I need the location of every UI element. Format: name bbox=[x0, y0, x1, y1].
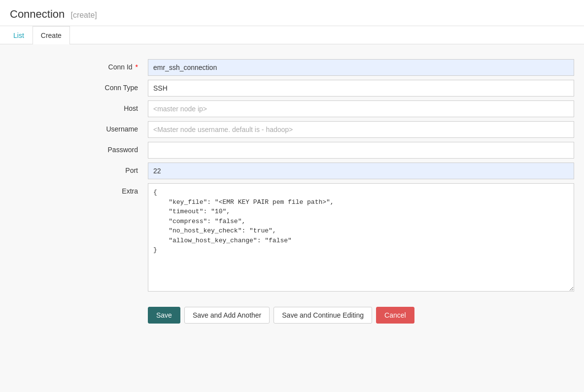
form-row-conn-id: Conn Id * bbox=[10, 59, 574, 76]
field-username bbox=[148, 121, 574, 138]
field-conn-id bbox=[148, 59, 574, 76]
tab-create[interactable]: Create bbox=[33, 26, 70, 44]
tabs-bar: List Create bbox=[0, 26, 584, 44]
form-row-host: Host bbox=[10, 100, 574, 117]
form-actions: Save Save and Add Another Save and Conti… bbox=[10, 297, 574, 333]
label-extra: Extra bbox=[10, 183, 148, 195]
label-password: Password bbox=[10, 142, 148, 154]
input-conn-id[interactable] bbox=[148, 59, 574, 76]
save-add-button[interactable]: Save and Add Another bbox=[184, 307, 270, 324]
input-conn-type[interactable] bbox=[148, 80, 574, 97]
textarea-extra[interactable]: { "key_file": "<EMR KEY PAIR pem file pa… bbox=[148, 183, 574, 292]
label-conn-id: Conn Id * bbox=[10, 59, 148, 71]
form-row-extra: Extra { "key_file": "<EMR KEY PAIR pem f… bbox=[10, 183, 574, 293]
input-password[interactable] bbox=[148, 142, 574, 159]
form-row-password: Password bbox=[10, 142, 574, 159]
label-conn-type: Conn Type bbox=[10, 80, 148, 92]
page-title-main: Connection bbox=[10, 8, 65, 20]
input-port[interactable] bbox=[148, 163, 574, 179]
field-password bbox=[148, 142, 574, 159]
cancel-button[interactable]: Cancel bbox=[376, 307, 414, 324]
input-host[interactable] bbox=[148, 100, 574, 117]
form-row-port: Port bbox=[10, 163, 574, 179]
form-row-conn-type: Conn Type bbox=[10, 80, 574, 97]
input-username[interactable] bbox=[148, 121, 574, 138]
form-container: Conn Id * Conn Type Host Username bbox=[0, 44, 584, 343]
page-header: Connection [create] bbox=[0, 0, 584, 26]
field-conn-type bbox=[148, 80, 574, 97]
save-button[interactable]: Save bbox=[148, 307, 180, 324]
page-title-sub: [create] bbox=[70, 11, 97, 19]
field-port bbox=[148, 163, 574, 179]
form-row-username: Username bbox=[10, 121, 574, 138]
required-star: * bbox=[136, 63, 138, 71]
tab-list[interactable]: List bbox=[5, 26, 33, 44]
field-host bbox=[148, 100, 574, 117]
save-continue-button[interactable]: Save and Continue Editing bbox=[274, 307, 372, 324]
field-extra: { "key_file": "<EMR KEY PAIR pem file pa… bbox=[148, 183, 574, 293]
label-username: Username bbox=[10, 121, 148, 133]
label-port: Port bbox=[10, 163, 148, 174]
label-host: Host bbox=[10, 100, 148, 112]
